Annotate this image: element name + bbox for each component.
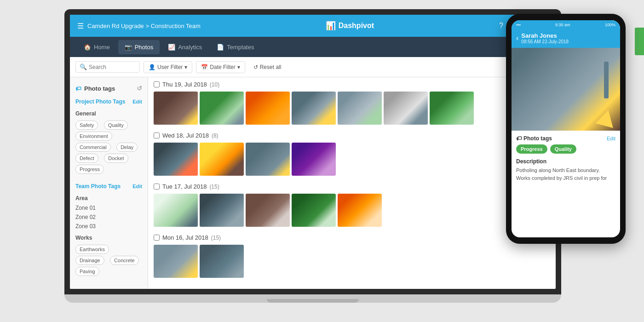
date-checkbox-jul17[interactable] xyxy=(154,184,160,190)
project-tags-label: Project Photo Tags xyxy=(75,98,125,105)
accent-bar xyxy=(635,28,644,55)
photo-thumb[interactable] xyxy=(154,92,198,125)
date-checkbox-jul16[interactable] xyxy=(154,235,160,241)
photo-thumb[interactable] xyxy=(384,92,428,125)
home-icon: 🏠 xyxy=(84,44,91,51)
nav-item-analytics[interactable]: 📈 Analytics xyxy=(161,40,208,54)
phone-battery: 100% xyxy=(605,23,615,27)
photo-count-jul18: (8) xyxy=(212,132,218,139)
laptop-screen: ☰ Camden Rd Upgrade > Construction Team … xyxy=(70,15,556,289)
general-group-label: General xyxy=(70,107,148,119)
phone-pill-quality[interactable]: Quality xyxy=(550,144,576,154)
photo-thumb[interactable] xyxy=(246,194,290,227)
team-tags-section: Team Photo Tags Edit xyxy=(70,179,148,191)
date-label-jul16: Mon 16, Jul 2018 xyxy=(162,234,208,241)
date-checkbox-jul18[interactable] xyxy=(154,132,160,138)
general-tags-row: Safety Quality Environment Commercial De… xyxy=(70,119,148,176)
phone-pill-progress[interactable]: Progress xyxy=(516,144,547,154)
tag-delay[interactable]: Delay xyxy=(116,143,138,152)
photos-grid-jul17 xyxy=(154,194,550,227)
photos-grid-jul16 xyxy=(154,245,550,278)
tag-drainage[interactable]: Drainage xyxy=(75,256,104,265)
date-filter-button[interactable]: 📅 Date Filter ▾ xyxy=(196,61,245,73)
tag-defect[interactable]: Defect xyxy=(75,154,98,163)
phone-user-name: Sarah Jones xyxy=(521,32,569,39)
pipe-element xyxy=(604,62,609,98)
photo-thumb[interactable] xyxy=(200,143,244,176)
date-header-jul16: Mon 16, Jul 2018 (15) xyxy=(154,234,550,241)
photo-count-jul19: (10) xyxy=(210,81,219,88)
phone-user-time: 08:56 AM 22-July-2018 xyxy=(521,39,569,44)
photo-section-jul16: Mon 16, Jul 2018 (15) xyxy=(148,230,556,282)
works-group-label: Works xyxy=(70,231,148,243)
tag-commercial[interactable]: Commercial xyxy=(75,143,111,152)
phone-photo[interactable] xyxy=(512,48,620,131)
photo-thumb[interactable] xyxy=(246,92,290,125)
nav-item-templates[interactable]: 📄 Templates xyxy=(210,40,260,54)
phone-detail: 🏷 Photo tags Edit Progress Quality Descr… xyxy=(512,131,620,237)
nav-item-home[interactable]: 🏠 Home xyxy=(77,40,116,54)
user-icon: 👤 xyxy=(149,64,155,70)
back-button[interactable]: ‹ xyxy=(516,34,518,42)
sidebar-reset-icon[interactable]: ↺ xyxy=(137,85,142,92)
tag-environment[interactable]: Environment xyxy=(75,132,112,141)
photo-thumb[interactable] xyxy=(292,143,336,176)
laptop-bezel: ☰ Camden Rd Upgrade > Construction Team … xyxy=(64,9,561,294)
breadcrumb-text: Camden Rd Upgrade > Construction Team xyxy=(87,23,201,29)
hamburger-icon[interactable]: ☰ xyxy=(77,22,84,30)
team-tags-edit[interactable]: Edit xyxy=(132,184,142,189)
caution-triangle xyxy=(595,108,617,128)
reset-button[interactable]: ↺ Reset all xyxy=(249,62,286,73)
date-filter-label: Date Filter xyxy=(210,64,235,70)
nav-item-photos[interactable]: 📷 Photos xyxy=(118,40,160,54)
photo-thumb[interactable] xyxy=(154,143,198,176)
phone-screen: ▪▪▪ 9:30 am 100% ‹ Sarah Jones 08:56 AM … xyxy=(512,20,620,237)
photo-thumb[interactable] xyxy=(154,194,198,227)
search-input[interactable] xyxy=(89,64,135,70)
tag-quality[interactable]: Quality xyxy=(104,121,128,130)
nav-bar: 🏠 Home 📷 Photos 📈 Analytics 📄 Templates xyxy=(70,37,556,57)
zone-03[interactable]: Zone 03 xyxy=(70,222,148,231)
tag-safety[interactable]: Safety xyxy=(75,121,98,130)
phone-tags-edit[interactable]: Edit xyxy=(607,136,615,141)
file-icon: 📄 xyxy=(217,44,224,51)
photo-thumb[interactable] xyxy=(154,245,198,278)
date-header-jul18: Wed 18, Jul 2018 (8) xyxy=(154,132,550,139)
date-checkbox-jul19[interactable] xyxy=(154,81,160,87)
project-tags-section: Project Photo Tags Edit xyxy=(70,95,148,107)
top-bar: ☰ Camden Rd Upgrade > Construction Team … xyxy=(70,15,556,37)
photo-thumb[interactable] xyxy=(246,143,290,176)
photo-thumb[interactable] xyxy=(292,194,336,227)
photo-thumb[interactable] xyxy=(338,194,382,227)
zone-02[interactable]: Zone 02 xyxy=(70,213,148,222)
tag-concrete[interactable]: Concrete xyxy=(110,256,139,265)
laptop-container: ☰ Camden Rd Upgrade > Construction Team … xyxy=(64,9,561,313)
tag-icon: 🏷 xyxy=(75,85,81,92)
phone-header: ‹ Sarah Jones 08:56 AM 22-July-2018 xyxy=(512,29,620,48)
tag-earthworks[interactable]: Earthworks xyxy=(75,245,109,254)
user-filter-button[interactable]: 👤 User Filter ▾ xyxy=(144,61,192,73)
search-icon: 🔍 xyxy=(80,63,87,70)
nav-label-home: Home xyxy=(94,44,110,51)
photo-thumb[interactable] xyxy=(200,245,244,278)
zone-01[interactable]: Zone 01 xyxy=(70,203,148,213)
project-tags-edit[interactable]: Edit xyxy=(132,99,142,104)
reset-icon: ↺ xyxy=(253,64,258,70)
team-tags-label: Team Photo Tags xyxy=(75,183,121,190)
photo-thumb[interactable] xyxy=(338,92,382,125)
tag-docket[interactable]: Docket xyxy=(104,154,128,163)
photo-thumb[interactable] xyxy=(292,92,336,125)
date-label-jul17: Tue 17, Jul 2018 xyxy=(162,183,207,190)
photo-thumb[interactable] xyxy=(200,194,244,227)
photo-thumb[interactable] xyxy=(200,92,244,125)
tag-paving[interactable]: Paving xyxy=(75,267,99,276)
date-label-jul18: Wed 18, Jul 2018 xyxy=(162,132,209,139)
search-box[interactable]: 🔍 xyxy=(75,61,140,73)
date-header-jul17: Tue 17, Jul 2018 (15) xyxy=(154,183,550,190)
phone-status-bar: ▪▪▪ 9:30 am 100% xyxy=(512,20,620,29)
chevron-down-icon: ▾ xyxy=(184,64,187,70)
help-icon[interactable]: ? xyxy=(499,22,503,30)
photo-thumb[interactable] xyxy=(430,92,474,125)
tag-progress[interactable]: Progress xyxy=(75,165,104,174)
works-tags-row: Earthworks Drainage Concrete Paving xyxy=(70,243,148,278)
